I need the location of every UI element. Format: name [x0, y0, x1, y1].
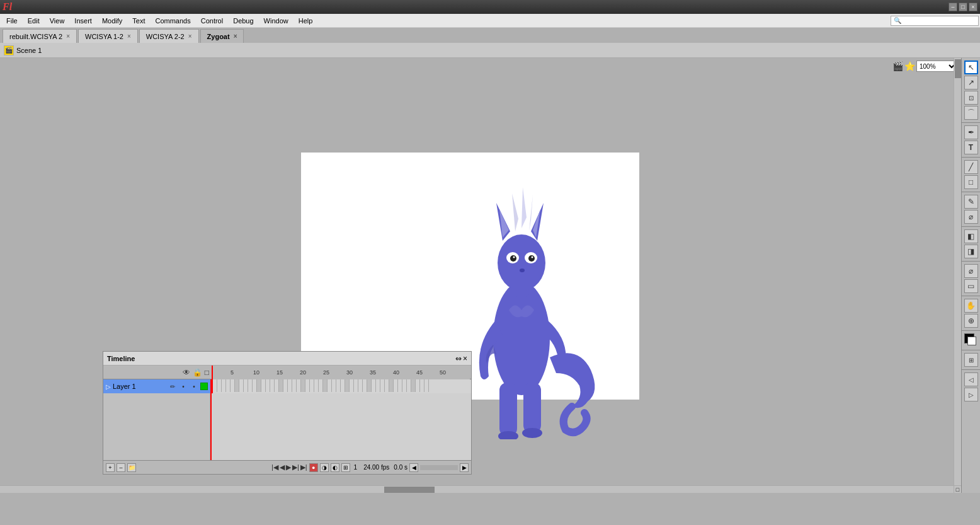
pencil-tool-button[interactable]: ✎ [964, 195, 978, 209]
lock-icon[interactable]: 🔒 [193, 368, 202, 377]
menu-debug[interactable]: Debug [228, 16, 258, 26]
edit-multiple-button[interactable]: ⊞ [341, 463, 350, 472]
tab-rebuilt-close[interactable]: × [66, 33, 70, 40]
menu-edit[interactable]: Edit [23, 16, 45, 26]
tab-wcisya12[interactable]: WCISYA 1-2 × [78, 29, 138, 43]
toolbar-separator-6 [962, 296, 980, 296]
eraser-tool-button[interactable]: ▭ [964, 279, 978, 293]
svg-rect-1 [499, 383, 517, 436]
tab-rebuilt[interactable]: rebuilt.WCISYA 2 × [3, 29, 77, 43]
add-layer-button[interactable]: + [106, 463, 115, 472]
onion-outlines-button[interactable]: ◐ [331, 463, 339, 472]
search-input[interactable] [891, 16, 979, 26]
step-forward-button[interactable]: ▶| [292, 463, 299, 471]
layer-dot1: • [179, 382, 188, 391]
pen-tool-button[interactable]: ✒ [964, 125, 978, 139]
play-button[interactable]: ▶ [286, 463, 291, 471]
menu-view[interactable]: View [45, 16, 70, 26]
zoom-tool-button[interactable]: ⊕ [964, 314, 978, 328]
timeline-content: ▷ Layer 1 ✏ • • [103, 379, 471, 393]
horizontal-scrollbar[interactable]: □ [0, 485, 961, 493]
rect-tool-button[interactable]: □ [964, 175, 978, 189]
tab-zygoat-close[interactable]: × [234, 33, 237, 40]
svg-point-4 [522, 428, 542, 438]
frame-cell [213, 379, 217, 392]
menu-file[interactable]: File [1, 16, 23, 26]
zoom-select[interactable]: 25% 50% 75% 100% 150% 200% 400% [916, 61, 957, 72]
text-tool-button[interactable]: T [964, 141, 978, 154]
brush-tool-button[interactable]: ⌀ [964, 210, 978, 224]
scroll-right-button[interactable]: ▶ [460, 463, 469, 472]
frame-cell [266, 379, 270, 392]
scroll-left-button[interactable]: ◀ [409, 463, 418, 472]
close-button[interactable]: × [969, 3, 977, 11]
arrow-tool-button[interactable]: ↖ [964, 61, 978, 74]
timeline-scrollbar[interactable] [420, 465, 458, 470]
go-end-button[interactable]: ▶| [300, 463, 307, 471]
ink-bottle-tool-button[interactable]: ◧ [964, 229, 978, 243]
menu-window[interactable]: Window [259, 16, 293, 26]
toolbar-separator-9 [962, 369, 980, 370]
frame-cell [288, 379, 292, 392]
timeline-close-icon[interactable]: × [463, 354, 467, 363]
menu-insert[interactable]: Insert [69, 16, 97, 26]
frame-cell [292, 379, 297, 392]
outline-icon[interactable]: □ [205, 368, 209, 377]
layer-keyframe-indicator [200, 383, 208, 390]
frame-num-40: 40 [393, 369, 399, 376]
loop-button[interactable]: ● [309, 463, 318, 472]
frame-cell [398, 379, 402, 392]
snap-button[interactable]: ⊞ [964, 353, 978, 367]
menu-help[interactable]: Help [293, 16, 318, 26]
timeline-title: Timeline [107, 355, 135, 362]
menu-control[interactable]: Control [196, 16, 228, 26]
layer-pencil-icon[interactable]: ✏ [168, 382, 177, 391]
tab-wcisya22-close[interactable]: × [188, 33, 192, 40]
maximize-button[interactable]: □ [959, 3, 967, 11]
tab-zygoat[interactable]: Zygoat × [200, 29, 244, 43]
svg-point-0 [493, 282, 550, 395]
frame-cell [257, 379, 261, 392]
step-back-button[interactable]: ◀ [280, 463, 285, 471]
right-toolbar: ↖ ↗ ⊡ ⌒ ✒ T ╱ □ ✎ ⌀ ◧ ◨ ⌀ ▭ ✋ ⊕ ⊞ ◁ ▷ [961, 58, 980, 493]
fill-color-button[interactable] [967, 337, 976, 345]
fps-display: 24.00 fps [363, 464, 389, 471]
svg-point-18 [513, 257, 515, 258]
onion-skin-button[interactable]: ◑ [320, 463, 329, 472]
h-scrollbar-thumb[interactable] [384, 487, 435, 493]
timeline-collapse-icon[interactable]: ⇔ [455, 354, 462, 363]
paint-bucket-tool-button[interactable]: ◨ [964, 245, 978, 258]
lasso-tool-button[interactable]: ⌒ [964, 106, 978, 120]
subselect-tool-button[interactable]: ↗ [964, 76, 978, 89]
layer-row[interactable]: ▷ Layer 1 ✏ • • [103, 379, 210, 393]
line-tool-button[interactable]: ╱ [964, 160, 978, 174]
toolbar-separator-7 [962, 330, 980, 331]
svg-point-17 [528, 255, 535, 262]
frame-cell [305, 379, 310, 392]
svg-marker-13 [529, 195, 533, 231]
svg-point-19 [532, 257, 533, 258]
frame-cell [354, 379, 358, 392]
scene-label: Scene 1 [16, 47, 42, 54]
layer-folder-button[interactable]: 📁 [127, 463, 136, 472]
scrollbar-thumb[interactable] [955, 59, 961, 78]
frame-cell [226, 379, 231, 392]
hand-tool-button[interactable]: ✋ [964, 299, 978, 313]
menu-modify[interactable]: Modify [97, 16, 127, 26]
tab-wcisya22[interactable]: WCISYA 2-2 × [139, 29, 199, 43]
options-button-1[interactable]: ◁ [964, 372, 978, 386]
eyedropper-tool-button[interactable]: ⌀ [964, 264, 978, 278]
delete-layer-button[interactable]: – [117, 463, 125, 472]
toolbar-separator-2 [962, 157, 980, 158]
go-start-button[interactable]: |◀ [271, 463, 278, 471]
free-transform-tool-button[interactable]: ⊡ [964, 91, 978, 105]
tab-wcisya12-close[interactable]: × [127, 33, 131, 40]
minimize-button[interactable]: – [949, 3, 957, 11]
menu-commands[interactable]: Commands [150, 16, 195, 26]
vertical-scrollbar[interactable] [954, 58, 961, 493]
options-button-2[interactable]: ▷ [964, 388, 978, 401]
menu-text[interactable]: Text [127, 16, 150, 26]
frames-content [210, 379, 471, 393]
eye-icon[interactable]: 👁 [183, 368, 190, 377]
app-logo: Fl [3, 1, 12, 13]
